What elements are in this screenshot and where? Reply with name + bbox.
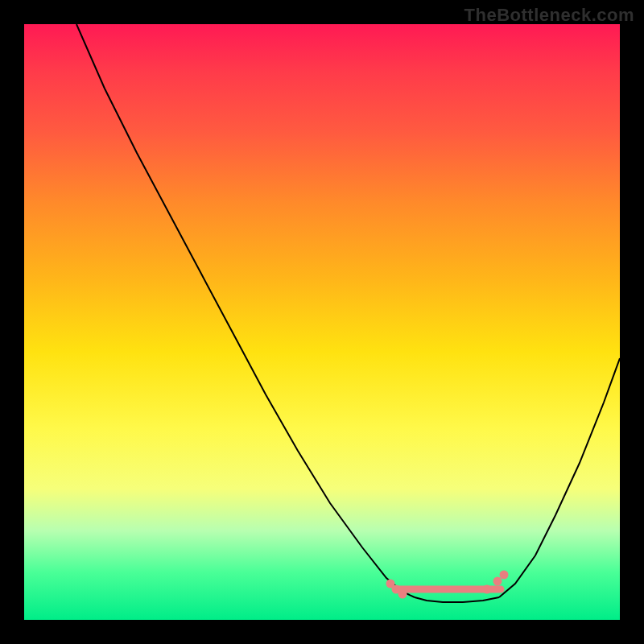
plot-svg — [24, 24, 620, 620]
chart-frame: TheBottleneck.com — [0, 0, 644, 644]
marker-dot — [493, 577, 502, 586]
curve-valley — [415, 597, 499, 602]
curve-right-branch — [499, 358, 620, 597]
marker-dots-group — [386, 571, 509, 599]
curve-left-branch — [76, 24, 415, 597]
marker-dot — [398, 590, 407, 599]
watermark-text: TheBottleneck.com — [464, 5, 634, 26]
marker-dot — [500, 571, 509, 580]
plot-area — [24, 24, 620, 620]
marker-dot — [483, 585, 492, 594]
